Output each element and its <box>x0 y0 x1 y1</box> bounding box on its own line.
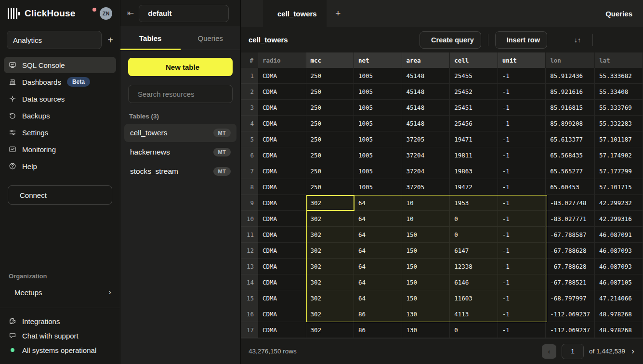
sidebar-item-sql-console[interactable]: SQL Console <box>4 57 116 73</box>
cell-lat-r16[interactable]: 48.978268 <box>595 306 643 322</box>
sidebar-item-help[interactable]: Help <box>4 158 116 174</box>
sidebar-item-data-sources[interactable]: Data sources <box>4 91 116 107</box>
cell-cell-r6[interactable]: 19811 <box>450 147 498 163</box>
cell-mcc-r16[interactable]: 302 <box>306 306 354 322</box>
row-number[interactable]: 7 <box>241 163 258 179</box>
cell-lon-r1[interactable]: 85.912436 <box>546 68 595 84</box>
sidebar-item-chat-with-support[interactable]: Chat with support <box>0 328 120 343</box>
cell-unit-r7[interactable]: -1 <box>498 163 546 179</box>
cell-radio-r12[interactable]: CDMA <box>258 243 306 259</box>
cell-lat-r11[interactable]: 46.087091 <box>595 227 643 243</box>
cell-cell-r5[interactable]: 19471 <box>450 131 498 147</box>
next-page-button[interactable]: › <box>630 346 635 356</box>
cell-area-r11[interactable]: 150 <box>402 227 450 243</box>
cell-net-r10[interactable]: 64 <box>354 211 402 227</box>
cell-mcc-r4[interactable]: 250 <box>306 116 354 131</box>
row-number[interactable]: 17 <box>241 322 258 338</box>
cell-lon-r8[interactable]: 65.60453 <box>546 179 595 195</box>
cell-mcc-r6[interactable]: 250 <box>306 147 354 163</box>
cell-cell-r12[interactable]: 6147 <box>450 243 498 259</box>
refresh-button[interactable] <box>619 32 635 48</box>
cell-lat-r2[interactable]: 55.33408 <box>595 84 643 100</box>
cell-unit-r10[interactable]: -1 <box>498 211 546 227</box>
row-number[interactable]: 10 <box>241 211 258 227</box>
cell-unit-r17[interactable]: -1 <box>498 322 546 338</box>
cell-lon-r7[interactable]: 65.565277 <box>546 163 595 179</box>
prev-page-button[interactable]: ‹ <box>542 344 556 359</box>
workspace-select[interactable]: Analytics <box>7 31 102 49</box>
cell-mcc-r15[interactable]: 302 <box>306 290 354 306</box>
cell-mcc-r8[interactable]: 250 <box>306 179 354 195</box>
row-number[interactable]: 1 <box>241 68 258 84</box>
cell-unit-r9[interactable]: -1 <box>498 195 546 211</box>
cell-unit-r14[interactable]: -1 <box>498 274 546 290</box>
row-number[interactable]: 3 <box>241 100 258 116</box>
column-header-area[interactable]: area <box>402 52 450 68</box>
row-number[interactable]: 13 <box>241 259 258 274</box>
cell-lon-r16[interactable]: -112.069237 <box>546 306 595 322</box>
cell-area-r6[interactable]: 37204 <box>402 147 450 163</box>
cell-lat-r8[interactable]: 57.101715 <box>595 179 643 195</box>
cell-lon-r6[interactable]: 65.568435 <box>546 147 595 163</box>
row-number[interactable]: 9 <box>241 195 258 211</box>
cell-net-r1[interactable]: 1005 <box>354 68 402 84</box>
avatar[interactable]: ZN <box>100 7 112 20</box>
column-header-lat[interactable]: lat <box>595 52 643 68</box>
cell-cell-r2[interactable]: 25452 <box>450 84 498 100</box>
cell-cell-r17[interactable]: 0 <box>450 322 498 338</box>
cell-unit-r2[interactable]: -1 <box>498 84 546 100</box>
sidebar-item-backups[interactable]: Backups <box>4 107 116 124</box>
cell-net-r13[interactable]: 64 <box>354 259 402 274</box>
cell-radio-r7[interactable]: CDMA <box>258 163 306 179</box>
cell-mcc-r9[interactable]: 302 <box>306 195 354 211</box>
cell-area-r7[interactable]: 37204 <box>402 163 450 179</box>
cell-unit-r5[interactable]: -1 <box>498 131 546 147</box>
cell-net-r3[interactable]: 1005 <box>354 100 402 116</box>
cell-cell-r4[interactable]: 25456 <box>450 116 498 131</box>
row-number[interactable]: 16 <box>241 306 258 322</box>
cell-unit-r6[interactable]: -1 <box>498 147 546 163</box>
cell-cell-r7[interactable]: 19863 <box>450 163 498 179</box>
cell-lon-r2[interactable]: 85.921616 <box>546 84 595 100</box>
page-input[interactable] <box>562 344 584 359</box>
cell-net-r15[interactable]: 64 <box>354 290 402 306</box>
cell-mcc-r14[interactable]: 302 <box>306 274 354 290</box>
row-number[interactable]: 2 <box>241 84 258 100</box>
cell-lat-r10[interactable]: 42.299316 <box>595 211 643 227</box>
column-header-lon[interactable]: lon <box>546 52 595 68</box>
add-workspace-button[interactable]: + <box>107 35 113 46</box>
cell-lat-r14[interactable]: 46.087105 <box>595 274 643 290</box>
cell-area-r13[interactable]: 150 <box>402 259 450 274</box>
cell-mcc-r2[interactable]: 250 <box>306 84 354 100</box>
cell-lon-r12[interactable]: -67.788628 <box>546 243 595 259</box>
cell-area-r3[interactable]: 45148 <box>402 100 450 116</box>
download-button[interactable] <box>600 32 616 48</box>
cell-mcc-r11[interactable]: 302 <box>306 227 354 243</box>
explorer-tab-tables[interactable]: Tables <box>120 27 181 50</box>
cell-radio-r11[interactable]: CDMA <box>258 227 306 243</box>
table-list-item-cell_towers[interactable]: cell_towersMT <box>124 124 236 142</box>
cell-cell-r10[interactable]: 0 <box>450 211 498 227</box>
cell-radio-r14[interactable]: CDMA <box>258 274 306 290</box>
cell-net-r11[interactable]: 64 <box>354 227 402 243</box>
sort-button[interactable]: ↓↑ <box>569 32 586 48</box>
cell-lon-r10[interactable]: -83.027771 <box>546 211 595 227</box>
cell-radio-r8[interactable]: CDMA <box>258 179 306 195</box>
cell-lon-r11[interactable]: -67.788587 <box>546 227 595 243</box>
cell-cell-r15[interactable]: 11603 <box>450 290 498 306</box>
cell-unit-r11[interactable]: -1 <box>498 227 546 243</box>
cell-area-r15[interactable]: 150 <box>402 290 450 306</box>
cell-mcc-r1[interactable]: 250 <box>306 68 354 84</box>
new-tab-button[interactable]: + <box>327 0 350 27</box>
data-grid[interactable]: #radiomccnetareacellunitlonlat1CDMA25010… <box>241 52 643 338</box>
cell-unit-r13[interactable]: -1 <box>498 259 546 274</box>
cell-lon-r5[interactable]: 65.613377 <box>546 131 595 147</box>
cell-net-r5[interactable]: 1005 <box>354 131 402 147</box>
cell-radio-r4[interactable]: CDMA <box>258 116 306 131</box>
cell-net-r16[interactable]: 86 <box>354 306 402 322</box>
column-header-net[interactable]: net <box>354 52 402 68</box>
cell-cell-r11[interactable]: 0 <box>450 227 498 243</box>
cell-lon-r3[interactable]: 85.916815 <box>546 100 595 116</box>
cell-lon-r17[interactable]: -112.069237 <box>546 322 595 338</box>
cell-radio-r6[interactable]: CDMA <box>258 147 306 163</box>
